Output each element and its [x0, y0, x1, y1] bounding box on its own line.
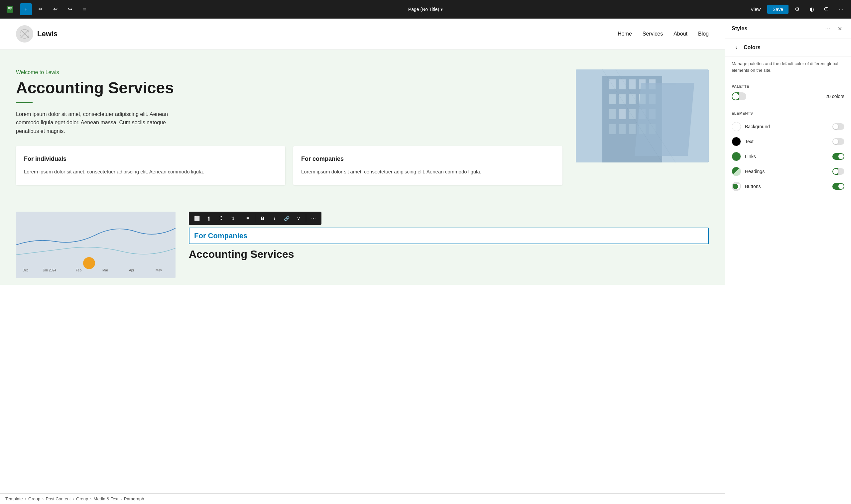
- breadcrumb-post-content[interactable]: Post Content: [46, 497, 71, 501]
- element-links[interactable]: Links: [732, 149, 844, 164]
- document-overview-button[interactable]: ≡: [78, 3, 90, 15]
- dark-mode-toggle[interactable]: ◐: [806, 3, 818, 15]
- ft-move-button[interactable]: ⇅: [227, 213, 238, 223]
- palette-label: PALETTE: [732, 84, 844, 88]
- styles-header-actions: ⋯ ✕: [823, 24, 844, 33]
- help-button[interactable]: ⏱: [820, 3, 832, 15]
- text-toggle[interactable]: [832, 138, 844, 145]
- top-toolbar: + ✏ ↩ ↪ ≡ Page (No Title) ▾ View Save ⚙ …: [0, 0, 851, 19]
- element-text[interactable]: Text: [732, 134, 844, 149]
- ft-drag-button[interactable]: ⠿: [215, 213, 226, 223]
- svg-rect-18: [629, 109, 636, 119]
- toolbar-divider-3: [306, 214, 306, 222]
- second-subtitle: Accounting Services: [189, 248, 709, 260]
- page-title-button[interactable]: Page (No Title) ▾: [405, 5, 446, 14]
- styles-more-button[interactable]: ⋯: [823, 24, 832, 33]
- headings-toggle[interactable]: [832, 168, 844, 175]
- styles-description: Manage palettes and the default color of…: [725, 56, 851, 79]
- styles-panel-title: Styles: [732, 25, 747, 32]
- ft-italic-button[interactable]: I: [269, 213, 280, 223]
- card2-title: For companies: [301, 156, 554, 162]
- undo-button[interactable]: ↩: [49, 3, 61, 15]
- ft-more-button[interactable]: ∨: [293, 213, 304, 223]
- svg-rect-6: [609, 79, 616, 89]
- redo-button[interactable]: ↪: [64, 3, 76, 15]
- elements-section: ELEMENTS Background Text: [725, 106, 851, 504]
- selected-text-field[interactable]: For Companies: [189, 228, 709, 244]
- text-toggle-knob: [833, 139, 838, 144]
- breadcrumb-media-text[interactable]: Media & Text: [94, 497, 119, 501]
- buttons-toggle[interactable]: [832, 183, 844, 190]
- hero-title: Accounting Services: [16, 79, 563, 97]
- hero-divider: [16, 102, 33, 103]
- svg-text:Jan 2024: Jan 2024: [42, 268, 56, 272]
- ft-link-button[interactable]: 🔗: [281, 213, 292, 223]
- background-toggle[interactable]: [832, 123, 844, 130]
- svg-text:Feb: Feb: [76, 268, 82, 272]
- links-toggle[interactable]: [832, 153, 844, 160]
- headings-color-swatch: [732, 167, 741, 176]
- styles-close-button[interactable]: ✕: [835, 24, 844, 33]
- svg-rect-11: [609, 94, 616, 104]
- element-background[interactable]: Background: [732, 119, 844, 134]
- tools-button[interactable]: ✏: [35, 3, 47, 15]
- palette-colors-count: 20 colors: [826, 94, 844, 99]
- svg-rect-26: [635, 83, 694, 156]
- styles-back-button[interactable]: ‹: [732, 43, 741, 52]
- buttons-label: Buttons: [745, 184, 761, 189]
- text-label: Text: [745, 139, 754, 144]
- palette-toggle[interactable]: [732, 92, 746, 100]
- add-block-button[interactable]: +: [20, 3, 32, 15]
- second-section: Dec Jan 2024 Feb Mar Apr May: [0, 198, 725, 285]
- logo-image: [16, 25, 33, 42]
- text-color-swatch: [732, 137, 741, 146]
- settings-button[interactable]: ⚙: [791, 3, 803, 15]
- svg-text:May: May: [156, 268, 162, 272]
- wordpress-logo[interactable]: [4, 3, 16, 15]
- toolbar-right: View Save ⚙ ◐ ⏱ ⋯: [747, 3, 847, 15]
- site-header: Lewis Home Services About Blog: [0, 19, 725, 50]
- breadcrumb-paragraph[interactable]: Paragraph: [124, 497, 144, 501]
- element-background-left: Background: [732, 122, 770, 131]
- second-inner: Dec Jan 2024 Feb Mar Apr May: [16, 212, 709, 278]
- ft-paragraph-button[interactable]: ¶: [203, 213, 214, 223]
- element-headings[interactable]: Headings: [732, 164, 844, 179]
- styles-panel-header: Styles ⋯ ✕: [725, 19, 851, 39]
- svg-rect-0: [7, 6, 13, 13]
- second-image: Dec Jan 2024 Feb Mar Apr May: [16, 212, 176, 278]
- palette-toggle-track[interactable]: [732, 92, 746, 100]
- canvas-area[interactable]: Lewis Home Services About Blog Welcome t…: [0, 19, 725, 504]
- options-button[interactable]: ⋯: [835, 3, 847, 15]
- svg-rect-29: [16, 212, 176, 278]
- hero-card-individuals[interactable]: For individuals Lorem ipsum dolor sit am…: [16, 146, 285, 185]
- svg-point-36: [83, 257, 95, 269]
- nav-home[interactable]: Home: [618, 31, 632, 37]
- ft-align-button[interactable]: ⬜: [192, 213, 202, 223]
- svg-text:Dec: Dec: [23, 268, 29, 272]
- hero-body-text: Lorem ipsum dolor sit amet, consectetuer…: [16, 110, 189, 136]
- view-button[interactable]: View: [747, 5, 765, 14]
- site-name: Lewis: [37, 30, 57, 38]
- element-buttons-left: Buttons: [732, 182, 761, 191]
- card1-text: Lorem ipsum dolor sit amet, consectetuer…: [24, 168, 277, 176]
- headings-label: Headings: [745, 169, 765, 174]
- svg-rect-22: [619, 124, 626, 134]
- nav-services[interactable]: Services: [642, 31, 663, 37]
- hero-card-companies[interactable]: For companies Lorem ipsum dolor sit amet…: [293, 146, 563, 185]
- hero-cards: For individuals Lorem ipsum dolor sit am…: [16, 146, 563, 185]
- ft-options-button[interactable]: ⋯: [308, 213, 319, 223]
- buttons-color-swatch: [732, 182, 741, 191]
- ft-text-align-button[interactable]: ≡: [242, 213, 253, 223]
- toolbar-divider-2: [255, 214, 255, 222]
- save-button[interactable]: Save: [767, 5, 788, 14]
- headings-toggle-knob: [833, 169, 838, 174]
- breadcrumb-group1[interactable]: Group: [28, 497, 40, 501]
- breadcrumb-group2[interactable]: Group: [76, 497, 88, 501]
- nav-about[interactable]: About: [673, 31, 688, 37]
- svg-text:Apr: Apr: [129, 268, 134, 272]
- ft-bold-button[interactable]: B: [257, 213, 268, 223]
- breadcrumb-template[interactable]: Template: [5, 497, 23, 501]
- element-text-left: Text: [732, 137, 754, 146]
- element-buttons[interactable]: Buttons: [732, 179, 844, 194]
- nav-blog[interactable]: Blog: [698, 31, 709, 37]
